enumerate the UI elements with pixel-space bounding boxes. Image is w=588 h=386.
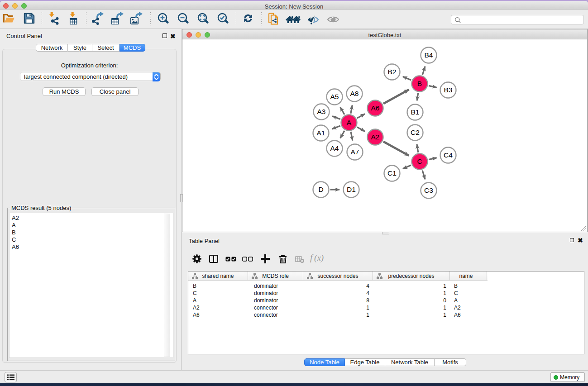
svg-text:A3: A3 (317, 108, 326, 115)
svg-text:D1: D1 (347, 186, 356, 193)
svg-text:C3: C3 (424, 186, 433, 194)
svg-text:B3: B3 (444, 86, 453, 94)
svg-text:B4: B4 (425, 51, 433, 59)
svg-text:D: D (318, 186, 323, 193)
svg-text:A7: A7 (351, 148, 359, 156)
svg-text:A4: A4 (330, 144, 339, 152)
svg-text:C4: C4 (444, 151, 453, 159)
svg-text:B1: B1 (411, 108, 420, 116)
svg-text:A2: A2 (371, 133, 380, 141)
svg-text:C1: C1 (387, 169, 397, 177)
svg-text:B2: B2 (388, 68, 397, 76)
svg-text:A5: A5 (330, 93, 339, 100)
svg-text:B: B (417, 80, 422, 87)
svg-text:C: C (417, 157, 422, 165)
svg-text:C2: C2 (411, 129, 420, 136)
svg-text:A1: A1 (317, 129, 325, 137)
svg-text:A6: A6 (371, 104, 380, 112)
svg-text:A: A (347, 119, 352, 126)
svg-text:A8: A8 (350, 90, 359, 97)
